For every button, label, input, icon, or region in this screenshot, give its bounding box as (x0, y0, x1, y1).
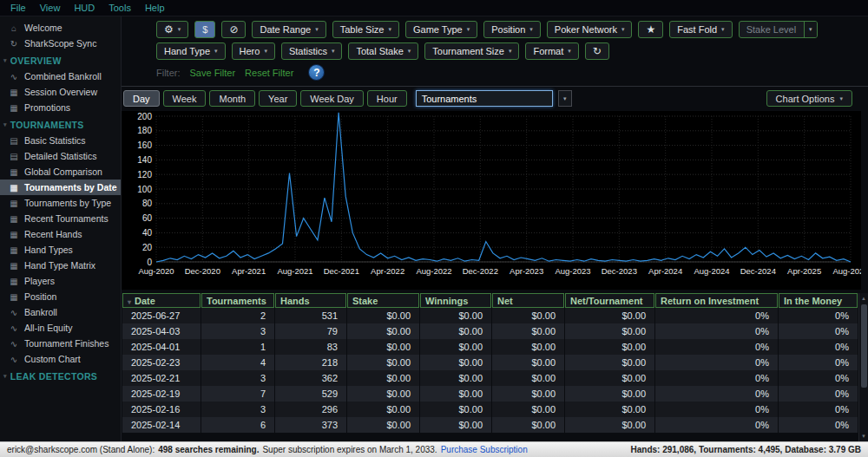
cell-in-the-money: 0% (779, 386, 858, 402)
chart-options-button[interactable]: Chart Options ▾ (766, 90, 852, 107)
menu-hud[interactable]: HUD (67, 1, 102, 15)
button-label: Hand Type (164, 46, 210, 56)
column-header-stake[interactable]: Stake (347, 293, 419, 308)
table-row[interactable]: 2025-02-197529$0.00$0.00$0.00$0.000%0% (122, 386, 858, 402)
statistics-button[interactable]: Statistics▾ (281, 42, 343, 60)
reset-filter-link[interactable]: Reset Filter (245, 68, 293, 78)
column-header-return-on-investment[interactable]: Return on Investment (655, 293, 778, 308)
cell-hands: 373 (275, 417, 346, 433)
sidebar-item-players[interactable]: ▦Players (0, 273, 121, 289)
sidebar-item-hand-type-matrix[interactable]: ▦Hand Type Matrix (0, 258, 121, 273)
tournament-size-button[interactable]: Tournament Size▾ (424, 42, 519, 60)
refresh-button[interactable]: ↻ (585, 42, 609, 60)
menu-help[interactable]: Help (138, 1, 172, 15)
sidebar-item-combined-bankroll[interactable]: ∿Combined Bankroll (0, 69, 121, 84)
scrollbar-thumb[interactable] (861, 304, 867, 388)
menu-file[interactable]: File (3, 1, 33, 15)
sidebar-item-recent-hands[interactable]: ▦Recent Hands (0, 226, 121, 242)
sidebar-item-bankroll[interactable]: ∿Bankroll (0, 304, 121, 320)
tab-day[interactable]: Day (123, 90, 160, 107)
filter-icon[interactable]: ▾ (128, 298, 131, 306)
database-stats: Hands: 291,086, Tournaments: 4,495, Data… (631, 445, 861, 454)
sidebar-item-welcome[interactable]: ⌂Welcome (0, 20, 121, 36)
toolbar-row-1: ⚙▾$⊘Date Range▾Table Size▾Game Type▾Posi… (156, 21, 868, 38)
hero-button[interactable]: Hero▾ (232, 42, 275, 60)
cell-stake: $0.00 (347, 339, 419, 355)
save-filter-link[interactable]: Save Filter (190, 68, 236, 78)
sidebar-item-promotions[interactable]: ▦Promotions (0, 100, 121, 115)
sidebar-item-detailed-statistics[interactable]: ▤Detailed Statistics (0, 148, 121, 164)
sidebar-item-sharkscope-sync[interactable]: ↻SharkScope Sync (0, 36, 121, 51)
exclude-button[interactable]: ⊘ (221, 21, 246, 38)
column-header-winnings[interactable]: Winnings (420, 293, 491, 308)
menu-view[interactable]: View (33, 1, 68, 15)
svg-text:Apr-2024: Apr-2024 (648, 266, 682, 276)
position-button[interactable]: Position▾ (483, 21, 541, 38)
currency-dollar-button[interactable]: $ (194, 21, 215, 38)
tab-week-day[interactable]: Week Day (300, 90, 364, 107)
svg-text:120: 120 (137, 170, 152, 180)
cell-hands: 296 (275, 402, 346, 417)
tab-year[interactable]: Year (259, 90, 297, 107)
column-header-net[interactable]: Net (492, 293, 564, 308)
svg-text:Apr-2025: Apr-2025 (787, 266, 821, 276)
fast-fold-button[interactable]: Fast Fold▾ (669, 21, 732, 38)
sidebar-item-recent-tournaments[interactable]: ▦Recent Tournaments (0, 211, 121, 226)
svg-text:Dec-2024: Dec-2024 (740, 266, 776, 276)
table-row[interactable]: 2025-04-03379$0.00$0.00$0.00$0.000%0% (122, 323, 858, 339)
scroll-down-icon[interactable]: ▼ (861, 431, 866, 441)
cell-net: $0.00 (492, 370, 564, 386)
sidebar-item-all-in-equity[interactable]: ∿All-in Equity (0, 320, 121, 336)
column-header-date[interactable]: ▾Date (122, 293, 201, 308)
tab-week[interactable]: Week (163, 90, 207, 107)
column-header-tournaments[interactable]: Tournaments (201, 293, 274, 308)
settings-button[interactable]: ⚙▾ (156, 21, 188, 38)
hand-type-button[interactable]: Hand Type▾ (156, 42, 226, 60)
sidebar-section-tournaments[interactable]: ▾TOURNAMENTS (0, 115, 121, 133)
format-button[interactable]: Format▾ (525, 42, 578, 60)
series-select-value: Tournaments (422, 94, 477, 104)
total-stake-button[interactable]: Total Stake▾ (348, 42, 418, 60)
sidebar-section-overview[interactable]: ▾OVERVIEW (0, 51, 121, 69)
table-row[interactable]: 2025-06-272531$0.00$0.00$0.00$0.000%0% (122, 308, 858, 323)
table-row[interactable]: 2025-04-01183$0.00$0.00$0.00$0.000%0% (122, 339, 858, 355)
sidebar-item-session-overview[interactable]: ▦Session Overview (0, 84, 121, 100)
sidebar-item-hand-types[interactable]: ▦Hand Types (0, 242, 121, 258)
grid-icon: ▦ (9, 261, 19, 271)
column-header-hands[interactable]: Hands (275, 293, 346, 308)
table-row[interactable]: 2025-02-234218$0.00$0.00$0.00$0.000%0% (122, 355, 858, 370)
favorites-button[interactable]: ★ (638, 21, 663, 38)
table-row[interactable]: 2025-02-146373$0.00$0.00$0.00$0.000%0% (122, 417, 858, 433)
tab-month[interactable]: Month (209, 90, 255, 107)
sidebar-item-tournaments-by-date[interactable]: ▦Tournaments by Date (0, 180, 121, 195)
sidebar-item-tournament-finishes[interactable]: ∿Tournament Finishes (0, 336, 121, 351)
column-header-net-tournament[interactable]: Net/Tournament (565, 293, 654, 308)
purchase-subscription-link[interactable]: Purchase Subscription (441, 445, 528, 454)
svg-text:140: 140 (137, 155, 152, 165)
sidebar-item-position[interactable]: ▦Position (0, 289, 121, 304)
sidebar-item-basic-statistics[interactable]: ▤Basic Statistics (0, 133, 121, 148)
stake-level-button[interactable]: Stake Level▾ (739, 21, 818, 38)
sidebar-item-global-comparison[interactable]: ▦Global Comparison (0, 164, 121, 180)
date-range-button[interactable]: Date Range▾ (252, 21, 326, 38)
series-select-caret-button[interactable]: ▾ (558, 90, 572, 107)
table-row[interactable]: 2025-02-163296$0.00$0.00$0.00$0.000%0% (122, 402, 858, 417)
menu-tools[interactable]: Tools (102, 1, 138, 15)
button-label: Tournament Size (432, 46, 504, 56)
sidebar-section-leak-detectors[interactable]: ▾LEAK DETECTORS (0, 367, 121, 384)
cell-tournaments: 7 (201, 386, 274, 402)
table-row[interactable]: 2025-02-213362$0.00$0.00$0.00$0.000%0% (122, 370, 858, 386)
scroll-up-icon[interactable]: ▲ (861, 293, 866, 304)
cell-stake: $0.00 (347, 308, 419, 323)
poker-network-button[interactable]: Poker Network▾ (547, 21, 633, 38)
line-chart-icon: ∿ (9, 355, 19, 364)
game-type-button[interactable]: Game Type▾ (405, 21, 477, 38)
series-select[interactable]: Tournaments (416, 90, 553, 107)
help-icon[interactable]: ? (308, 64, 325, 81)
table-size-button[interactable]: Table Size▾ (332, 21, 399, 38)
column-header-in-the-money[interactable]: In the Money (779, 293, 858, 308)
sidebar-item-tournaments-by-type[interactable]: ▦Tournaments by Type (0, 195, 121, 211)
table-scrollbar[interactable]: ▲ ▼ (858, 293, 868, 441)
tab-hour[interactable]: Hour (367, 90, 407, 107)
sidebar-item-custom-chart[interactable]: ∿Custom Chart (0, 351, 121, 367)
